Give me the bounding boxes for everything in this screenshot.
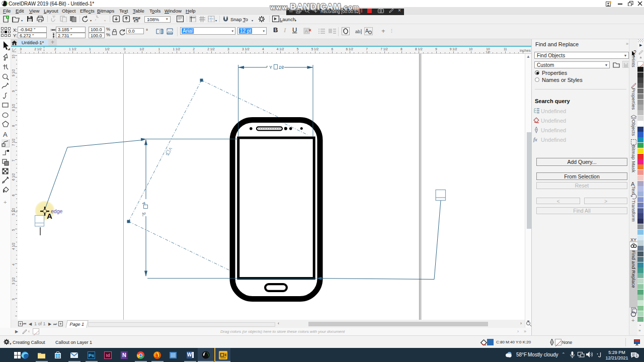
svg-text:A: A xyxy=(305,29,308,34)
svg-text:A: A xyxy=(365,28,369,34)
svg-text:″: ″ xyxy=(266,65,268,70)
svg-text:A: A xyxy=(3,131,8,138)
svg-text:XY: XY xyxy=(630,237,636,242)
svg-text:4: 4 xyxy=(141,202,146,204)
svg-text:Y: Y xyxy=(269,65,272,70)
svg-text:fx: fx xyxy=(533,136,537,142)
svg-text:2: 2 xyxy=(165,152,170,157)
svg-text:A: A xyxy=(47,212,52,220)
svg-text:edge: edge xyxy=(51,208,63,214)
svg-text:Λ: Λ xyxy=(168,146,173,151)
svg-text:91: 91 xyxy=(279,64,284,70)
svg-text:3″: 3″ xyxy=(141,212,146,217)
svg-text:ab: ab xyxy=(355,29,360,34)
